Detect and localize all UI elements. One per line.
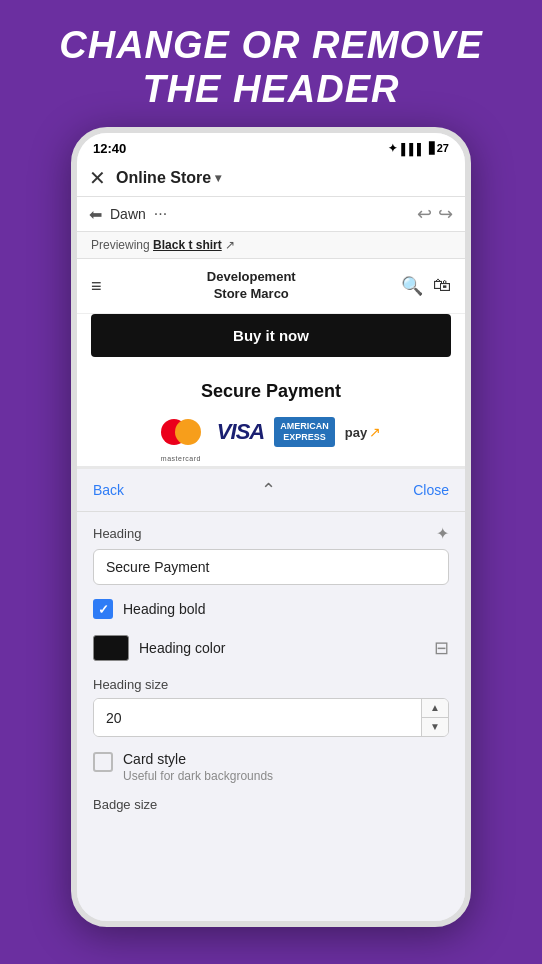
- number-arrows: ▲ ▼: [421, 699, 448, 736]
- payment-icons: mastercard VISA AMERICAN EXPRESS pay ↗: [91, 414, 451, 450]
- card-style-checkbox[interactable]: [93, 752, 113, 772]
- color-stack-icon[interactable]: ⊟: [434, 637, 449, 659]
- badge-size-row: Badge size: [93, 787, 449, 816]
- theme-bar: ⬅ Dawn ··· ↩ ↪: [77, 197, 465, 232]
- card-style-hint: Useful for dark backgrounds: [123, 769, 273, 783]
- status-time: 12:40: [93, 141, 126, 156]
- heading-bold-label: Heading bold: [123, 601, 206, 617]
- mastercard-label: mastercard: [161, 455, 201, 462]
- more-icon[interactable]: ···: [154, 205, 167, 223]
- back-close-bar: Back ⌃ Close: [77, 469, 465, 512]
- heading-size-input-wrap: ▲ ▼: [93, 698, 449, 737]
- undo-button[interactable]: ↩: [417, 203, 432, 225]
- amazon-arrow-icon: ↗: [369, 424, 381, 440]
- mc-circle-orange: [175, 419, 201, 445]
- status-bar: 12:40 ✦ ▌▌▌ ▋27: [77, 133, 465, 160]
- phone-frame: 12:40 ✦ ▌▌▌ ▋27 ✕ Online Store ▾ ⬅ Dawn …: [71, 127, 471, 927]
- buy-now-button[interactable]: Buy it now: [91, 314, 451, 357]
- heading-color-label: Heading color: [139, 640, 225, 656]
- store-name: Online Store ▾: [116, 169, 221, 187]
- payment-section: Secure Payment mastercard VISA AMERICAN …: [77, 369, 465, 469]
- preview-bar: Previewing Black t shirt ↗: [77, 232, 465, 259]
- signal-icon: ▌▌▌: [401, 143, 424, 155]
- color-left: Heading color: [93, 635, 225, 661]
- heading-size-input[interactable]: [94, 699, 421, 736]
- collapse-icon[interactable]: ⌃: [261, 479, 276, 501]
- heading-field-row: Heading ✦: [93, 524, 449, 585]
- preview-text: Previewing: [91, 238, 153, 252]
- hero-title: Change or remove the header: [29, 0, 512, 127]
- external-link-icon: ↗: [225, 238, 235, 252]
- heading-input[interactable]: [93, 549, 449, 585]
- buy-button-area: Buy it now: [77, 314, 465, 369]
- badge-size-label: Badge size: [93, 797, 157, 812]
- size-decrement-button[interactable]: ▼: [422, 718, 448, 736]
- controls-panel: Back ⌃ Close Heading ✦ ✓ Heading bold: [77, 469, 465, 921]
- heading-field-label: Heading ✦: [93, 524, 449, 543]
- close-panel-button[interactable]: Close: [413, 482, 449, 498]
- theme-left: ⬅ Dawn ···: [89, 205, 167, 224]
- theme-name: Dawn: [110, 206, 146, 222]
- mastercard-icon: mastercard: [161, 414, 207, 450]
- battery-icon: ▋27: [429, 142, 449, 155]
- card-style-row: Card style Useful for dark backgrounds: [93, 751, 449, 783]
- search-icon[interactable]: 🔍: [401, 275, 423, 297]
- top-bar: ✕ Online Store ▾: [77, 160, 465, 197]
- bluetooth-icon: ✦: [388, 142, 397, 155]
- theme-arrows: ↩ ↪: [417, 203, 453, 225]
- chevron-down-icon: ▾: [215, 171, 221, 185]
- store-icons: 🔍 🛍: [401, 275, 451, 297]
- heading-size-row: Heading size ▲ ▼: [93, 677, 449, 737]
- redo-button[interactable]: ↪: [438, 203, 453, 225]
- hamburger-icon[interactable]: ≡: [91, 276, 102, 297]
- heading-bold-row: ✓ Heading bold: [93, 599, 449, 619]
- store-header: ≡ Developement Store Marco 🔍 🛍: [77, 259, 465, 314]
- amazon-pay-logo: pay ↗: [345, 424, 381, 440]
- back-button[interactable]: Back: [93, 482, 124, 498]
- back-icon[interactable]: ⬅: [89, 205, 102, 224]
- heading-bold-checkbox[interactable]: ✓: [93, 599, 113, 619]
- amazon-pay-text: pay: [345, 425, 367, 440]
- heading-ai-icon[interactable]: ✦: [436, 524, 449, 543]
- heading-color-swatch[interactable]: [93, 635, 129, 661]
- form-section: Heading ✦ ✓ Heading bold Heading color ⊟: [77, 512, 465, 828]
- card-style-label: Card style: [123, 751, 273, 767]
- close-button[interactable]: ✕: [89, 166, 106, 190]
- visa-logo: VISA: [217, 419, 264, 445]
- heading-color-row: Heading color ⊟: [93, 635, 449, 661]
- payment-title: Secure Payment: [91, 381, 451, 402]
- heading-size-label: Heading size: [93, 677, 449, 692]
- card-style-text: Card style Useful for dark backgrounds: [123, 751, 273, 783]
- amex-logo: AMERICAN EXPRESS: [274, 417, 335, 447]
- size-increment-button[interactable]: ▲: [422, 699, 448, 718]
- cart-icon[interactable]: 🛍: [433, 275, 451, 297]
- status-icons: ✦ ▌▌▌ ▋27: [388, 142, 449, 155]
- preview-link[interactable]: Black t shirt: [153, 238, 222, 252]
- store-title: Developement Store Marco: [207, 269, 296, 303]
- check-icon: ✓: [98, 602, 109, 617]
